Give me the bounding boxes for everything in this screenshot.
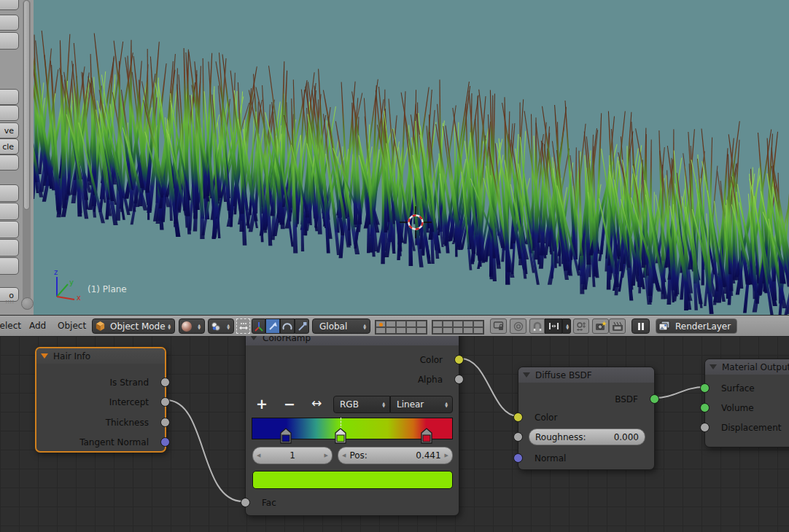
socket-color-out[interactable] [454, 355, 464, 364]
socket-thickness[interactable] [160, 418, 170, 427]
mode-dropdown[interactable]: Object Mode ▲▼ [92, 318, 175, 334]
3d-viewport[interactable]: z y x (1) Plane [34, 0, 789, 315]
tool-shelf-button[interactable] [0, 15, 19, 31]
layer-cell[interactable] [396, 327, 406, 334]
pause-button[interactable] [631, 318, 650, 334]
menu-add[interactable]: Add [29, 321, 46, 331]
layer-cell[interactable] [406, 321, 416, 327]
orientation-dropdown[interactable]: Global ▲▼ [312, 318, 370, 334]
stepper-right-arrow-icon[interactable]: ▶ [321, 453, 332, 458]
tool-shelf-scrollbar[interactable] [23, 0, 31, 310]
tool-shelf-button[interactable]: ve [0, 122, 19, 138]
socket-surface-in[interactable] [700, 383, 710, 393]
socket-normal-in[interactable] [513, 453, 523, 463]
layer-cell[interactable] [443, 327, 453, 334]
active-color-swatch[interactable] [252, 471, 453, 489]
node-color-ramp[interactable]: ColorRamp Color Alpha + − ↔ RGB ▲▼ Linea… [245, 336, 459, 516]
stepper-left-arrow-icon[interactable]: ◀ [253, 453, 264, 458]
socket-volume-in[interactable] [700, 403, 710, 412]
ramp-stop-handle[interactable] [335, 428, 346, 444]
resize-grip[interactable]: ∷∷ [6, 301, 19, 308]
tool-shelf-button[interactable] [0, 0, 19, 10]
menu-select[interactable]: Select [0, 321, 21, 331]
layer-cell[interactable] [473, 327, 483, 334]
layer-cell[interactable] [416, 321, 427, 327]
socket-fac-in[interactable] [241, 498, 250, 507]
scene-lock-button[interactable] [490, 318, 507, 334]
snap-element-button[interactable] [545, 318, 562, 334]
socket-bsdf-out[interactable] [650, 394, 659, 404]
tool-shelf-button[interactable] [0, 239, 19, 257]
snap-toggle-button[interactable] [529, 318, 545, 334]
delete-stop-button[interactable]: − [284, 396, 295, 412]
pivot-dropdown[interactable]: ▲▼ [208, 318, 234, 334]
render-layer-dropdown[interactable]: RenderLayer [656, 318, 737, 334]
socket-intercept[interactable] [160, 397, 170, 407]
flip-ramp-button[interactable]: ↔ [311, 396, 322, 410]
roughness-slider[interactable]: Roughness: 0.000 [529, 429, 645, 445]
layer-cell[interactable] [463, 327, 473, 334]
add-stop-button[interactable]: + [256, 396, 268, 412]
stepper-left-arrow-icon[interactable]: ◀ [338, 453, 349, 458]
node-diffuse-bsdf[interactable]: Diffuse BSDF BSDF Color Roughness: 0.000… [518, 367, 655, 470]
menu-object[interactable]: Object [58, 321, 86, 331]
ramp-stop-handle[interactable] [280, 428, 292, 444]
tool-shelf-button[interactable] [0, 203, 19, 220]
socket-color-in[interactable] [513, 412, 523, 422]
scrollbar-thumb[interactable] [23, 0, 30, 210]
layer-cell[interactable] [406, 327, 416, 334]
layer-cell[interactable] [376, 321, 386, 327]
color-ramp-widget[interactable] [252, 418, 453, 448]
render-still-button[interactable] [592, 318, 609, 334]
layer-cell[interactable] [453, 327, 463, 334]
interpolation-dropdown[interactable]: Linear ▲▼ [390, 396, 453, 413]
stepper-right-arrow-icon[interactable]: ▶ [441, 453, 452, 458]
layer-buttons-group-2[interactable] [432, 320, 484, 335]
socket-roughness-in[interactable] [513, 432, 523, 442]
layer-cell[interactable] [416, 327, 427, 334]
node-header[interactable]: Hair Info [36, 348, 165, 364]
layer-cell[interactable] [376, 327, 386, 334]
translate-manipulator-button[interactable] [265, 318, 280, 334]
layer-cell[interactable] [432, 321, 443, 327]
collapse-triangle-icon[interactable] [41, 353, 48, 359]
tool-shelf-button[interactable] [0, 154, 19, 171]
collapse-triangle-icon[interactable] [250, 336, 257, 340]
panel-toggle-button[interactable] [21, 297, 34, 310]
node-header[interactable]: Material Output [705, 359, 789, 375]
tool-shelf-button[interactable] [0, 105, 19, 121]
socket-is-strand[interactable] [160, 378, 170, 387]
layer-cell[interactable] [386, 321, 396, 327]
layer-cell[interactable] [432, 327, 443, 334]
layer-cell[interactable] [386, 327, 396, 334]
rotate-manipulator-button[interactable] [280, 318, 295, 334]
snap-target-button[interactable] [573, 318, 589, 334]
layer-buttons-group-1[interactable] [375, 320, 427, 335]
layer-cell[interactable] [443, 321, 453, 327]
node-material-output[interactable]: Material Output Surface Volume Displacem… [704, 359, 789, 447]
render-animation-button[interactable] [609, 318, 626, 334]
manipulator-axes-button[interactable] [252, 318, 265, 334]
node-header[interactable]: ColorRamp [246, 336, 459, 345]
tool-shelf-button[interactable] [0, 184, 19, 202]
ramp-stop-handle[interactable] [421, 428, 432, 444]
position-stepper[interactable]: ◀ Pos: 0.441 ▶ [338, 447, 453, 464]
proportional-edit-button[interactable] [510, 318, 526, 334]
socket-displacement-in[interactable] [700, 423, 710, 432]
collapse-triangle-icon[interactable] [710, 364, 717, 369]
node-hair-info[interactable]: Hair Info Is Strand Intercept Thickness … [35, 347, 166, 453]
tool-shelf-button[interactable] [0, 89, 19, 105]
color-mode-dropdown[interactable]: RGB ▲▼ [333, 396, 390, 413]
snap-element-arrows[interactable]: ▲▼ [562, 318, 571, 334]
shading-dropdown[interactable]: ▲▼ [179, 318, 205, 334]
manipulator-toggle[interactable] [236, 318, 250, 334]
tool-shelf-button[interactable] [0, 221, 19, 238]
stop-index-stepper[interactable]: ◀ 1 ▶ [252, 447, 333, 464]
layer-cell[interactable] [396, 321, 406, 327]
socket-tangent-normal[interactable] [160, 437, 170, 447]
node-header[interactable]: Diffuse BSDF [518, 367, 654, 383]
tool-shelf-button[interactable] [0, 257, 19, 275]
tool-shelf-button[interactable]: cle [0, 138, 19, 154]
layer-cell[interactable] [463, 321, 473, 327]
socket-alpha-out[interactable] [454, 375, 464, 384]
